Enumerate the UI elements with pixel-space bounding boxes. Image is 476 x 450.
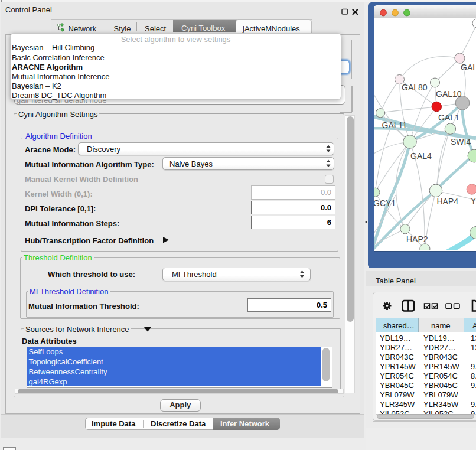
svg-text:GAL7: GAL7 bbox=[461, 63, 476, 72]
svg-text:HAP4: HAP4 bbox=[437, 197, 459, 206]
svg-text:GCY1: GCY1 bbox=[374, 198, 396, 208]
svg-text:YJ: YJ bbox=[471, 196, 476, 206]
svg-text:GAL10: GAL10 bbox=[436, 89, 462, 99]
svg-text:GAL11: GAL11 bbox=[382, 120, 407, 130]
svg-text:HAP2: HAP2 bbox=[406, 234, 428, 244]
svg-text:GAL80: GAL80 bbox=[402, 83, 428, 92]
svg-text:SWI4: SWI4 bbox=[451, 137, 471, 146]
svg-text:GAL4: GAL4 bbox=[410, 151, 432, 161]
svg-text:GAL1: GAL1 bbox=[438, 113, 459, 122]
